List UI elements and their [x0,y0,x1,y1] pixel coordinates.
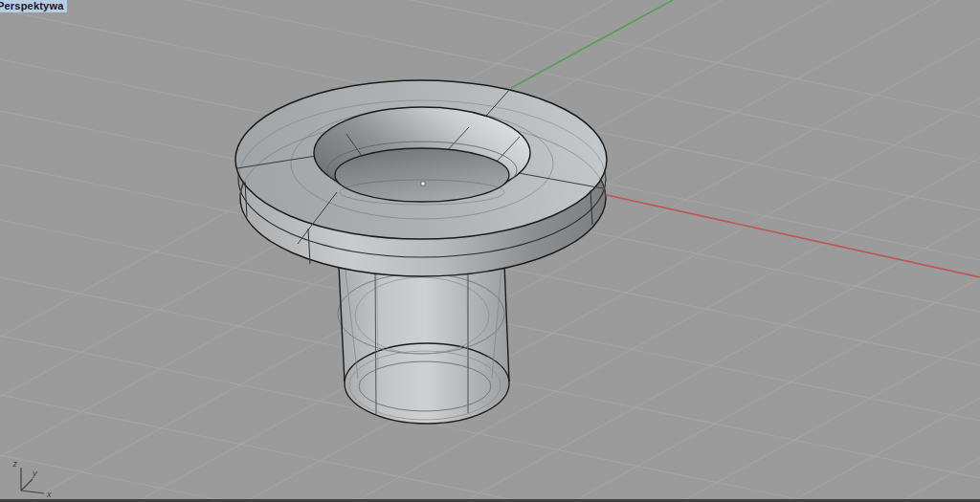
gizmo-z-label: z [12,459,18,469]
model-flanged-bushing[interactable] [235,80,607,424]
viewport-title[interactable]: Perspektywa [0,0,67,12]
gizmo-y-line [21,479,33,491]
bore-top-edge [335,148,509,202]
world-axes-icon: z y x [0,459,59,502]
y-axis-line [511,0,673,88]
gizmo-x-line [21,491,44,493]
grid-line [0,395,980,502]
gizmo-y-label: y [32,469,37,478]
gizmo-x-label: x [46,490,52,499]
center-point-marker[interactable] [421,182,425,186]
3d-scene [0,0,980,502]
perspective-viewport[interactable]: Perspektywa z y x [0,0,980,502]
x-axis-line [607,195,980,277]
